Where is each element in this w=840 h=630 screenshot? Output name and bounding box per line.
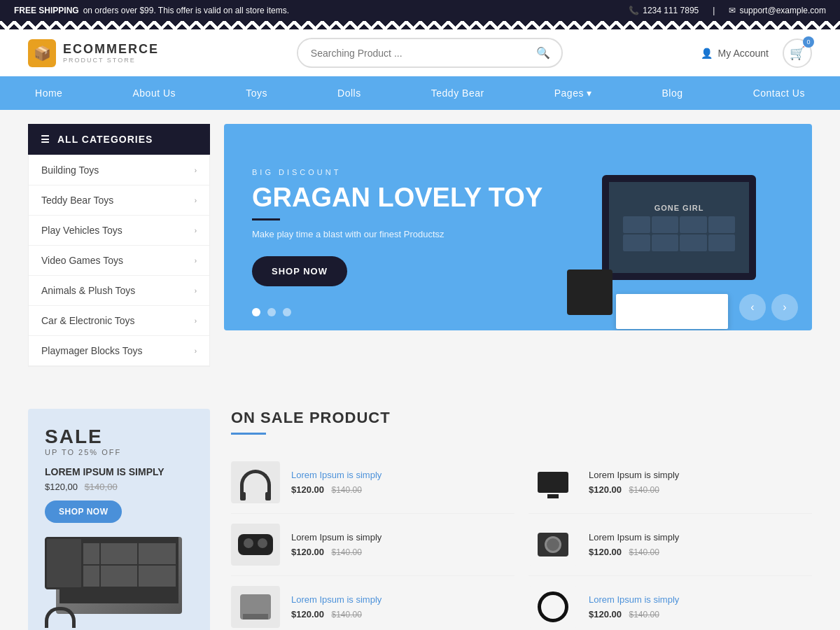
product-item-3: Lorem Ipsum is simply $120.00 $140.00 — [231, 514, 514, 576]
tv-mockup: GONE GIRL — [602, 175, 756, 280]
sale-image — [45, 537, 193, 621]
nav-teddy[interactable]: Teddy Bear — [417, 76, 498, 110]
sidebar-item-building[interactable]: Building Toys › — [29, 155, 209, 186]
products-title: ON SALE PRODUCT — [231, 409, 812, 427]
sale-card: SALE UP TO 25% OFF LOREM IPSUM IS SIMPLY… — [28, 409, 210, 630]
nav-blog[interactable]: Blog — [648, 76, 697, 110]
account-link[interactable]: 👤 My Account — [701, 48, 769, 59]
product-thumb-3 — [231, 524, 280, 566]
product-price-5: $120.00 — [291, 609, 324, 620]
product-thumb-4 — [528, 524, 578, 566]
product-item-4: Lorem Ipsum is simply $120.00 $140.00 — [528, 514, 812, 576]
nav-dolls[interactable]: Dolls — [323, 76, 375, 110]
hero-next-button[interactable]: › — [771, 294, 798, 321]
product-price-2: $120.00 — [589, 484, 622, 495]
product-pricing-4: $120.00 $140.00 — [589, 545, 812, 558]
grid-item — [652, 234, 679, 251]
chevron-right-icon: › — [195, 317, 197, 325]
logo-icon: 📦 — [28, 39, 56, 67]
headphone-icon — [240, 470, 271, 495]
sidebar: ☰ All Categories Building Toys › Teddy B… — [28, 124, 210, 367]
sidebar-item-playmager[interactable]: Playmager Blocks Toys › — [29, 336, 209, 366]
shipping-highlight: FREE SHIPPING — [14, 6, 79, 15]
user-icon: 👤 — [701, 48, 713, 59]
nav-contact[interactable]: Contact Us — [739, 76, 819, 110]
product-item-6: Lorem Ipsum is simply $120.00 $140.00 — [528, 576, 812, 630]
sale-label: SALE — [45, 426, 193, 448]
grid-item — [623, 234, 650, 251]
grid-item — [623, 216, 650, 233]
chevron-down-icon: ▾ — [587, 88, 592, 99]
phone-info: 📞 1234 111 7895 — [629, 6, 699, 15]
old-price: $140,00 — [85, 482, 118, 492]
hero-cta-button[interactable]: SHOP NOW — [252, 256, 347, 286]
nav: Home About Us Toys Dolls Teddy Bear Page… — [0, 76, 840, 110]
search-button[interactable]: 🔍 — [525, 39, 561, 66]
content-block — [101, 566, 138, 587]
grid-item — [680, 234, 707, 251]
nav-pages[interactable]: Pages ▾ — [540, 76, 606, 110]
product-name-1[interactable]: Lorem Ipsum is simply — [291, 470, 514, 480]
main-content: ☰ All Categories Building Toys › Teddy B… — [0, 110, 840, 381]
products-divider — [231, 433, 266, 435]
sidebar-item-teddy[interactable]: Teddy Bear Toys › — [29, 186, 209, 216]
search-input[interactable] — [298, 41, 525, 66]
product-name-6[interactable]: Lorem Ipsum is simply — [589, 594, 812, 605]
hero-title: GRAGAN LOVELY TOY — [252, 183, 542, 213]
header-right: 👤 My Account 🛒 0 — [701, 38, 812, 68]
phone-icon: 📞 — [629, 6, 639, 15]
monitor-icon — [538, 472, 568, 493]
product-name-4[interactable]: Lorem Ipsum is simply — [589, 532, 812, 542]
product-name-5[interactable]: Lorem Ipsum is simply — [291, 594, 514, 605]
logo[interactable]: 📦 ECOMMERCE PRODUCT STORE — [28, 39, 159, 67]
product-thumb-1 — [231, 461, 280, 503]
products-grid: Lorem Ipsum is simply $120.00 $140.00 Lo… — [231, 451, 812, 630]
product-name-3[interactable]: Lorem Ipsum is simply — [291, 532, 514, 542]
nav-toys[interactable]: Toys — [232, 76, 281, 110]
product-price-3: $120.00 — [291, 547, 324, 557]
products-panel: ON SALE PRODUCT Lorem Ipsum is simply $1… — [231, 409, 812, 630]
camera-icon — [538, 533, 568, 556]
nav-home[interactable]: Home — [21, 76, 76, 110]
cart-button[interactable]: 🛒 0 — [783, 38, 812, 68]
zigzag-border — [0, 21, 840, 29]
product-info-6: Lorem Ipsum is simply $120.00 $140.00 — [589, 594, 812, 620]
tv-screen: GONE GIRL — [609, 182, 749, 273]
sale-shop-button[interactable]: SHOP NOW — [45, 500, 122, 523]
sidebar-item-animals[interactable]: Animals & Plush Toys › — [29, 276, 209, 306]
logo-subtitle: PRODUCT STORE — [63, 57, 159, 64]
sidebar-header: ☰ All Categories — [28, 124, 210, 155]
email-icon: ✉ — [729, 6, 736, 15]
chevron-right-icon: › — [195, 287, 197, 295]
search-bar[interactable]: 🔍 — [297, 38, 563, 68]
hero-prev-button[interactable]: ‹ — [739, 294, 766, 321]
top-bar: FREE SHIPPING on orders over $99. This o… — [0, 0, 840, 21]
product-item-2: Lorem Ipsum is simply $120.00 $140.00 — [528, 451, 812, 514]
content-block — [139, 543, 176, 564]
product-old-price-2: $140.00 — [629, 485, 659, 495]
product-old-price-1: $140.00 — [331, 485, 361, 495]
product-old-price-3: $140.00 — [331, 547, 361, 557]
product-pricing-3: $120.00 $140.00 — [291, 545, 514, 558]
tv-stand — [616, 294, 728, 329]
hero-discount: BIG DISCOUNT — [252, 168, 542, 176]
sidebar-item-label: Teddy Bear Toys — [41, 195, 113, 206]
sidebar-menu: Building Toys › Teddy Bear Toys › Play V… — [28, 155, 210, 367]
sidebar-item-videogames[interactable]: Video Games Toys › — [29, 246, 209, 276]
sidebar-item-car[interactable]: Car & Electronic Toys › — [29, 306, 209, 336]
sidebar-item-label: Car & Electronic Toys — [41, 315, 135, 326]
product-pricing-6: $120.00 $140.00 — [589, 608, 812, 620]
content-block — [101, 543, 138, 564]
current-price: $120,00 — [45, 482, 78, 492]
sale-product-mockup — [45, 537, 193, 621]
divider: | — [713, 6, 715, 15]
phone-number: 1234 111 7895 — [643, 6, 699, 15]
product-old-price-4: $140.00 — [629, 547, 659, 557]
product-name-2[interactable]: Lorem Ipsum is simply — [589, 470, 812, 480]
chevron-right-icon: › — [195, 197, 197, 204]
email-info: ✉ support@example.com — [729, 6, 826, 15]
cart-badge: 0 — [803, 36, 814, 48]
sidebar-item-label: Play Vehicles Toys — [41, 225, 122, 236]
nav-about[interactable]: About Us — [119, 76, 190, 110]
sidebar-item-vehicles[interactable]: Play Vehicles Toys › — [29, 216, 209, 246]
